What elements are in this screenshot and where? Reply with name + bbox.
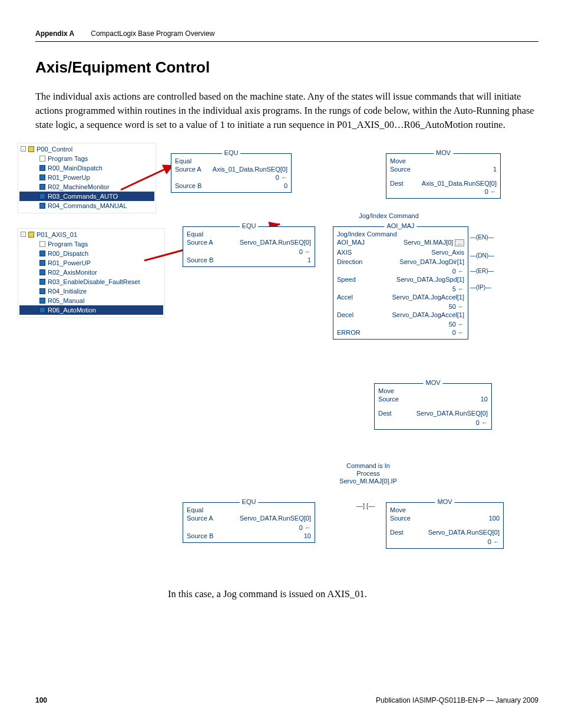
pin-dn: —(DN)— xyxy=(470,252,494,259)
block-title: EQU xyxy=(222,149,241,156)
mov-block-1: MOVMoveSource1DestAxis_01_Data.RunSEQ[0]… xyxy=(386,153,501,199)
pin-ip: —(IP)— xyxy=(470,284,491,291)
jogindex-label: Jog/Index Command xyxy=(342,212,436,220)
page-header: Appendix A CompactLogix Base Program Ove… xyxy=(35,29,538,42)
mov-block-2: MOVMoveSource10DestServo_DATA.RunSEQ[0]0… xyxy=(374,383,492,430)
mov-block-3: MOVMoveSource100DestServo_DATA.RunSEQ[0]… xyxy=(386,502,504,549)
aoi-maj-block: AOI_MAJJog/Index CommandAOI_MAJServo_MI.… xyxy=(333,226,468,340)
block-title: AOI_MAJ xyxy=(384,222,416,229)
chapter-label: CompactLogix Base Program Overview xyxy=(91,29,214,38)
appendix-label: Appendix A xyxy=(35,29,74,38)
xic-contact: —] [— xyxy=(356,502,375,509)
tree-item[interactable]: R03_EnableDisable_FaultReset xyxy=(19,277,163,286)
block-title: MOV xyxy=(423,379,442,386)
page-footer: 100 Publication IASIMP-QS011B-EN-P — Jan… xyxy=(35,696,538,704)
block-title: MOV xyxy=(434,149,453,156)
equ-block-2: EQUEqualSource AServo_DATA.RunSEQ[0]0 ←S… xyxy=(183,226,315,267)
tree-item[interactable]: R05_Manual xyxy=(19,296,163,305)
command-in-process-note: Command is InProcessServo_MI.MAJ[0].IP xyxy=(318,462,418,486)
pin-er: —(ER)— xyxy=(470,268,494,274)
svg-line-0 xyxy=(121,165,174,190)
publication-id: Publication IASIMP-QS011B-EN-P — January… xyxy=(376,696,538,704)
pin-en: —(EN)— xyxy=(470,234,494,241)
equ-block-3: EQUEqualSource AServo_DATA.RunSEQ[0]0 ←S… xyxy=(183,502,315,543)
intro-paragraph: The individual axis actions are controll… xyxy=(35,90,538,132)
tree-item[interactable]: R04_Commands_MANUAL xyxy=(19,201,154,210)
tree-root[interactable]: -P00_Control xyxy=(19,144,154,154)
page-number: 100 xyxy=(35,696,47,704)
ladder-diagram: -P00_ControlProgram TagsR00_MainDispatch… xyxy=(18,143,513,579)
tree-item[interactable]: R06_AutoMotion xyxy=(19,305,163,315)
tree-item[interactable]: R04_Initialize xyxy=(19,286,163,296)
block-title: EQU xyxy=(240,222,259,229)
block-title: EQU xyxy=(240,498,259,505)
page-title: Axis/Equipment Control xyxy=(35,58,538,77)
ellipsis-button[interactable]: ... xyxy=(455,239,464,246)
block-title: MOV xyxy=(435,498,454,505)
caption: In this case, a Jog command is issued on… xyxy=(168,588,538,600)
equ-block-1: EQUEqualSource AAxis_01_Data.RunSEQ[0]0 … xyxy=(171,153,292,193)
tree-item[interactable]: R02_AxisMonitor xyxy=(19,268,163,277)
